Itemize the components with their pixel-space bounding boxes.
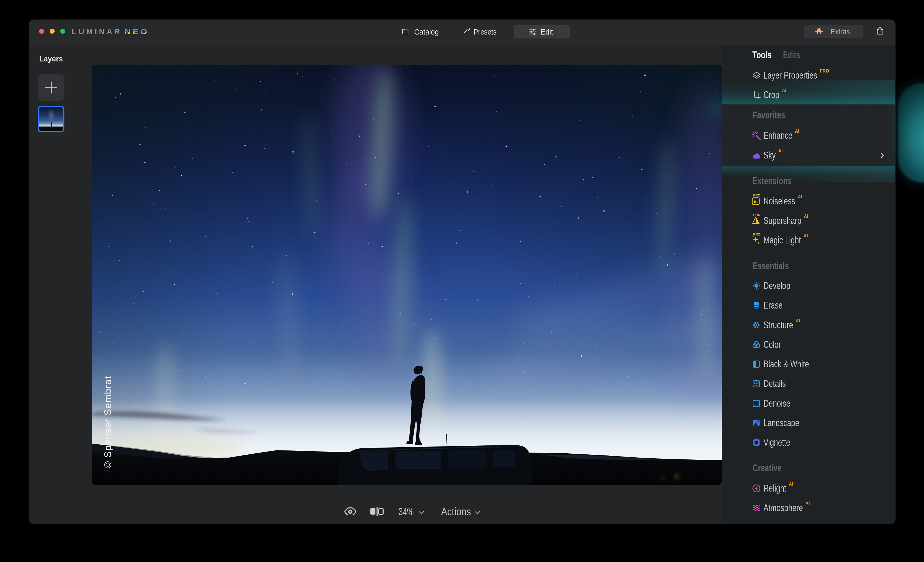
svg-text:© Spenser Sembrat: © Spenser Sembrat (102, 376, 113, 468)
svg-text:PRO: PRO (753, 233, 760, 236)
svg-text:PRO: PRO (753, 194, 760, 197)
svg-text:PRO: PRO (753, 213, 760, 217)
